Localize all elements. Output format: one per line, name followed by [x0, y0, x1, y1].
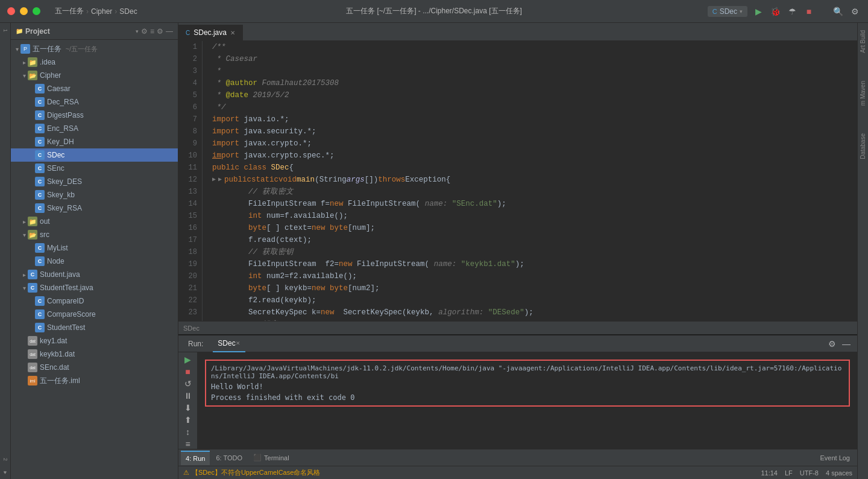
tree-item-sdec[interactable]: C SDec: [11, 148, 178, 162]
code-line-2: * Casesar: [212, 53, 852, 65]
tree-item-enc-rsa[interactable]: C Enc_RSA: [11, 122, 178, 135]
tree-item-dec-rsa[interactable]: C Dec_RSA: [11, 95, 178, 109]
tree-item-senc-dat[interactable]: dat SEnc.dat: [11, 361, 178, 374]
structure-tab[interactable]: 2: [1, 454, 10, 465]
code-line-14: FileInputStream f=new FileInputStream( n…: [212, 198, 852, 210]
run-tab-label: SDec: [218, 339, 235, 347]
bottom-tab-terminal[interactable]: ⬛ Terminal: [248, 451, 294, 465]
tree-item-key-dh[interactable]: C Key_DH: [11, 135, 178, 148]
right-tab-database[interactable]: Database: [858, 128, 867, 164]
tree-item-mylist[interactable]: C MyList: [11, 241, 178, 255]
java-icon-comparescore: C: [35, 309, 45, 319]
code-line-18: // 获取密钥: [212, 246, 852, 258]
tree-item-digestpass[interactable]: C DigestPass: [11, 109, 178, 122]
sidebar-icons: ⚙ ≡ ⚙ —: [141, 27, 173, 36]
tree-item-root[interactable]: ▾ P 五一任务 ~/五一任务: [11, 42, 178, 56]
tree-label-src: src: [40, 230, 49, 239]
java-icon-dec-rsa: C: [35, 97, 45, 107]
debug-button[interactable]: 🐞: [769, 5, 781, 17]
tree-item-node[interactable]: C Node: [11, 255, 178, 268]
tree-item-compareid[interactable]: C CompareID: [11, 294, 178, 308]
tab-label-sdec: SDec.java: [193, 28, 227, 37]
search-everywhere-button[interactable]: 🔍: [832, 5, 844, 17]
filter-icon[interactable]: ≡: [150, 27, 154, 36]
code-line-8: import java.security.*;: [212, 125, 852, 138]
status-indent[interactable]: 4 spaces: [826, 469, 852, 477]
tree-item-comparescore[interactable]: C CompareScore: [11, 308, 178, 321]
breadcrumb-sdec: SDec: [183, 325, 200, 332]
status-line-sep[interactable]: LF: [785, 469, 793, 477]
right-tab-art-build[interactable]: Art Build: [858, 25, 867, 58]
tab-bar: C SDec.java ✕: [178, 23, 857, 41]
traffic-lights: [7, 7, 40, 15]
bottom-tab-terminal-icon: ⬛: [253, 454, 262, 462]
tree-item-keykb1[interactable]: dat keykb1.dat: [11, 347, 178, 361]
bottom-tab-event-log[interactable]: Event Log: [815, 451, 855, 465]
status-encoding[interactable]: UTF-8: [800, 469, 819, 477]
tree-item-student[interactable]: ▸ C Student.java: [11, 268, 178, 281]
tree-item-senc[interactable]: C SEnc: [11, 162, 178, 175]
code-line-19: FileInputStream f2=new FileInputStream( …: [212, 258, 852, 270]
tree-label-digestpass: DigestPass: [47, 111, 84, 119]
tab-close-sdec[interactable]: ✕: [230, 30, 235, 36]
tree-item-iml[interactable]: iml 五一任务.iml: [11, 374, 178, 387]
run-tab-sdec[interactable]: SDec ✕: [213, 335, 245, 352]
settings-button[interactable]: ⚙: [849, 5, 861, 17]
close-button[interactable]: [7, 7, 15, 15]
gear-icon[interactable]: ⚙: [157, 27, 163, 36]
maximize-button[interactable]: [33, 7, 40, 15]
coverage-button[interactable]: ☂: [786, 5, 798, 17]
run-tab-close[interactable]: ✕: [236, 340, 241, 346]
run-rerun-button[interactable]: ↺: [181, 379, 195, 389]
code-area[interactable]: 1 2 3 4 5 6 7 8 9 10 11 12 13 14: [178, 41, 857, 321]
tab-sdec[interactable]: C SDec.java ✕: [178, 25, 243, 40]
folder-icon-src: 📂: [28, 230, 37, 240]
bottom-tab-event-log-label: Event Log: [820, 454, 850, 462]
code-line-1: /**: [212, 41, 852, 53]
minimize-icon[interactable]: —: [166, 27, 173, 36]
tree-item-skey-rsa[interactable]: C Skey_RSA: [11, 201, 178, 215]
bottom-tab-todo[interactable]: 6: TODO: [211, 451, 247, 465]
tree-item-studenttest2[interactable]: C StudentTest: [11, 321, 178, 334]
tree-item-studenttest[interactable]: ▾ C StudentTest.java: [11, 281, 178, 294]
window-title: 五一任务 [~/五一任务] - .../Cipher/SDec.java [五一…: [346, 6, 522, 16]
run-softref-button[interactable]: ↕: [181, 427, 195, 437]
minimize-button[interactable]: [20, 7, 28, 15]
run-scroll-down-button[interactable]: ⬇: [181, 403, 195, 413]
run-filter-button[interactable]: ≡: [181, 439, 195, 449]
tree-item-key1[interactable]: dat key1.dat: [11, 334, 178, 347]
tree-item-idea[interactable]: ▸ 📁 .idea: [11, 56, 178, 69]
tree-item-cipher[interactable]: ▾ 📂 Cipher: [11, 69, 178, 82]
run-close-icon[interactable]: —: [840, 338, 852, 350]
run-play-button[interactable]: ▶: [181, 355, 195, 364]
tree-item-skey-des[interactable]: C Skey_DES: [11, 175, 178, 188]
java-icon-sdec: C: [35, 150, 45, 160]
code-line-6: */: [212, 101, 852, 113]
folder-icon-out: 📁: [28, 217, 37, 226]
run-settings-icon[interactable]: ⚙: [826, 338, 838, 350]
run-button[interactable]: ▶: [752, 5, 764, 17]
tree-label-node: Node: [47, 257, 64, 265]
run-config[interactable]: C SDec ▾: [708, 6, 747, 17]
tree-item-skey-kb[interactable]: C Skey_kb: [11, 188, 178, 201]
code-line-7: import java.io.*;: [212, 113, 852, 125]
favorites-tab[interactable]: ♥: [1, 466, 10, 479]
tree-item-out[interactable]: ▸ 📁 out: [11, 215, 178, 228]
run-pause-button[interactable]: ⏸: [181, 391, 195, 401]
project-view-tab[interactable]: 1: [1, 25, 10, 36]
bottom-tab-run[interactable]: 4: Run: [181, 451, 210, 465]
line-numbers: 1 2 3 4 5 6 7 8 9 10 11 12 13 14: [178, 41, 203, 321]
sync-icon[interactable]: ⚙: [141, 27, 148, 36]
stop-button[interactable]: ■: [803, 5, 815, 17]
tree-item-src[interactable]: ▾ 📂 src: [11, 228, 178, 241]
status-line-col[interactable]: 11:14: [761, 469, 778, 477]
tree-label-dec-rsa: Dec_RSA: [47, 98, 79, 106]
java-icon-compareid: C: [35, 296, 45, 306]
tree-item-caesar[interactable]: C Caesar: [11, 82, 178, 95]
right-tab-maven[interactable]: m Maven: [858, 76, 867, 110]
code-line-12: ▶ ▶ public static void main(String args[…: [212, 174, 852, 186]
java-icon-skey-des: C: [35, 177, 45, 186]
status-warning: ⚠ 【SDec】不符合UpperCamelCase命名风格: [183, 468, 320, 477]
run-stop-button[interactable]: ■: [181, 367, 195, 376]
run-scroll-up-button[interactable]: ⬆: [181, 415, 195, 425]
